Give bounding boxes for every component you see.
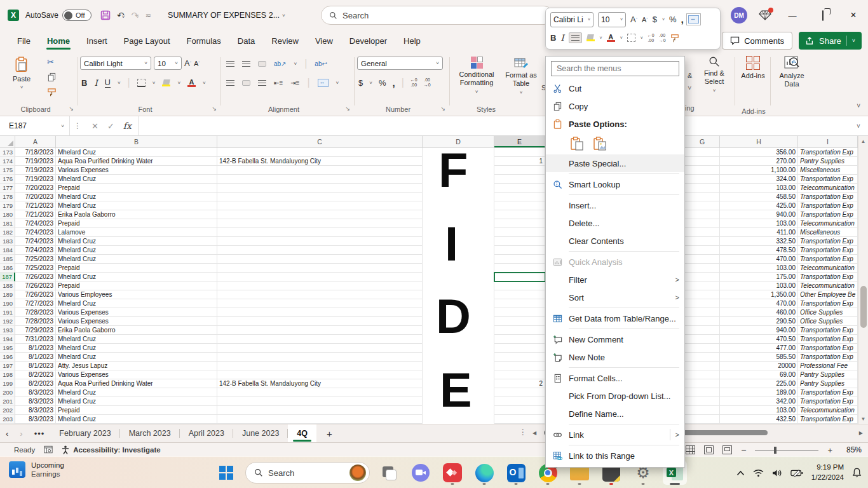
autosave-toggle[interactable]: Off bbox=[62, 10, 92, 21]
mini-decrease-decimal-icon[interactable]: .00→0 bbox=[659, 33, 666, 43]
undo-button[interactable]: ↶˅ bbox=[117, 10, 125, 20]
cell-I178[interactable]: Transportation Exp bbox=[798, 193, 858, 201]
cell-E192[interactable] bbox=[494, 317, 545, 326]
cell-E175[interactable] bbox=[494, 166, 545, 175]
tab-view[interactable]: View bbox=[307, 32, 341, 51]
conditional-formatting-button[interactable]: Conditional Formatting ˅ bbox=[456, 57, 497, 95]
cell-A181[interactable]: 7/24/2023 bbox=[15, 219, 56, 228]
row-header-200[interactable]: 200 bbox=[0, 388, 15, 397]
clock[interactable]: 9:19 PM 1/22/2024 bbox=[811, 463, 844, 482]
accounting-format-icon[interactable]: $ bbox=[358, 78, 363, 88]
cell-G192[interactable] bbox=[685, 317, 720, 326]
cell-E184[interactable] bbox=[494, 246, 545, 255]
cell-E179[interactable] bbox=[494, 201, 545, 210]
row-header-198[interactable]: 198 bbox=[0, 370, 15, 379]
cell-E193[interactable] bbox=[494, 326, 545, 335]
menu-item-paste-special[interactable]: Paste Special... bbox=[546, 154, 684, 172]
row-header-203[interactable]: 203 bbox=[0, 415, 15, 424]
row-header-188[interactable]: 188 bbox=[0, 281, 15, 290]
mini-comma-icon[interactable]: , bbox=[681, 14, 684, 25]
zoom-in-icon[interactable]: + bbox=[827, 445, 832, 455]
cell-G180[interactable] bbox=[685, 210, 720, 219]
row-header-195[interactable]: 195 bbox=[0, 344, 15, 353]
cell-H192[interactable]: 290.50 bbox=[720, 317, 798, 326]
cell-A175[interactable]: 7/19/2023 bbox=[15, 166, 56, 175]
titlebar-search-box[interactable]: Search bbox=[321, 6, 553, 25]
mini-font-color-icon[interactable]: A bbox=[607, 34, 615, 42]
restore-button[interactable] bbox=[813, 11, 832, 20]
cell-E174[interactable]: 1 bbox=[494, 157, 545, 166]
cell-A198[interactable]: 8/2/2023 bbox=[15, 370, 56, 379]
cell-H180[interactable]: 940.00 bbox=[720, 210, 798, 219]
cell-I197[interactable]: Professional Fee bbox=[798, 362, 858, 370]
cell-A188[interactable]: 7/26/2023 bbox=[15, 281, 56, 290]
weather-widget[interactable]: Upcoming Earnings bbox=[9, 461, 64, 479]
cell-H200[interactable]: 189.00 bbox=[720, 388, 798, 397]
cell-I180[interactable]: Transportation Exp bbox=[798, 210, 858, 219]
insert-function-icon[interactable]: fx bbox=[123, 121, 132, 131]
cell-I191[interactable]: Office Supplies bbox=[798, 308, 858, 317]
cell-E186[interactable] bbox=[494, 264, 545, 273]
cell-I203[interactable]: Transportation Exp bbox=[798, 415, 858, 424]
cell-G178[interactable] bbox=[685, 193, 720, 201]
zoom-slider-thumb[interactable] bbox=[774, 447, 776, 454]
cell-I198[interactable]: Pantry Supplies bbox=[798, 370, 858, 379]
cell-H188[interactable]: 103.00 bbox=[720, 281, 798, 290]
cell-H187[interactable]: 175.00 bbox=[720, 273, 798, 281]
cell-D183[interactable] bbox=[423, 237, 494, 246]
column-header-G[interactable]: G bbox=[685, 136, 720, 147]
mini-bold-button[interactable]: B bbox=[550, 33, 556, 43]
sheet-all-dots[interactable]: ••• bbox=[29, 429, 51, 438]
enter-icon[interactable]: ✓ bbox=[107, 121, 114, 131]
sheet-tab-march-2023[interactable]: March 2023 bbox=[120, 424, 180, 442]
cell-E189[interactable] bbox=[494, 290, 545, 299]
paste-button[interactable]: Paste ˅ bbox=[13, 57, 31, 90]
cell-C188[interactable] bbox=[217, 281, 423, 290]
collapse-ribbon-chevron[interactable]: ˅ bbox=[857, 102, 860, 109]
cell-G200[interactable] bbox=[685, 388, 720, 397]
cell-B173[interactable]: Mhelard Cruz bbox=[56, 148, 217, 157]
taskbar-app-red-app[interactable] bbox=[440, 460, 465, 485]
cell-G191[interactable] bbox=[685, 308, 720, 317]
cell-C192[interactable] bbox=[217, 317, 423, 326]
row-header-202[interactable]: 202 bbox=[0, 406, 15, 415]
row-header-180[interactable]: 180 bbox=[0, 210, 15, 219]
percent-style-icon[interactable]: % bbox=[379, 78, 386, 88]
mini-increase-decimal-icon[interactable]: ←0.00 bbox=[648, 33, 654, 43]
cell-G187[interactable] bbox=[685, 273, 720, 281]
cell-G185[interactable] bbox=[685, 255, 720, 264]
paste-keep-source-icon[interactable] bbox=[569, 135, 585, 152]
cell-I182[interactable]: Miscellaneous bbox=[798, 228, 858, 237]
menu-item-copy[interactable]: Copy bbox=[546, 97, 684, 115]
font-dialog-launcher[interactable]: ↘ bbox=[212, 105, 217, 112]
format-painter-icon[interactable] bbox=[47, 88, 57, 97]
sheet-prev-arrow[interactable]: ‹ bbox=[0, 429, 14, 438]
share-button[interactable]: Share ˅ bbox=[799, 32, 862, 50]
cell-H203[interactable]: 432.50 bbox=[720, 415, 798, 424]
italic-button[interactable]: I bbox=[94, 78, 97, 88]
underline-button[interactable]: U bbox=[105, 78, 111, 88]
cell-G175[interactable] bbox=[685, 166, 720, 175]
row-header-175[interactable]: 175 bbox=[0, 166, 15, 175]
row-header-190[interactable]: 190 bbox=[0, 299, 15, 308]
cell-B175[interactable]: Various Expenses bbox=[56, 166, 217, 175]
cell-G183[interactable] bbox=[685, 237, 720, 246]
autosave-control[interactable]: AutoSave Off bbox=[25, 10, 92, 21]
mini-font-name-combo[interactable]: Calibri Li˅ bbox=[550, 12, 593, 27]
cell-H175[interactable]: 1,100.00 bbox=[720, 166, 798, 175]
cell-E191[interactable] bbox=[494, 308, 545, 317]
row-header-185[interactable]: 185 bbox=[0, 255, 15, 264]
cell-G176[interactable] bbox=[685, 175, 720, 184]
cell-D182[interactable] bbox=[423, 228, 494, 237]
cell-B176[interactable]: Mhelard Cruz bbox=[56, 175, 217, 184]
menu-item-quick-analysis[interactable]: Quick Analysis bbox=[546, 253, 684, 271]
cell-I201[interactable]: Transportation Exp bbox=[798, 397, 858, 406]
cell-B199[interactable]: Aqua Roa Purified Drinking Water bbox=[56, 379, 217, 388]
cell-B186[interactable]: Prepaid bbox=[56, 264, 217, 273]
cell-E190[interactable] bbox=[494, 299, 545, 308]
cell-C186[interactable] bbox=[217, 264, 423, 273]
cell-B197[interactable]: Atty. Jesus Lapuz bbox=[56, 362, 217, 370]
cell-A173[interactable]: 7/18/2023 bbox=[15, 148, 56, 157]
cell-E195[interactable] bbox=[494, 344, 545, 353]
cell-B201[interactable]: Mhelard Cruz bbox=[56, 397, 217, 406]
